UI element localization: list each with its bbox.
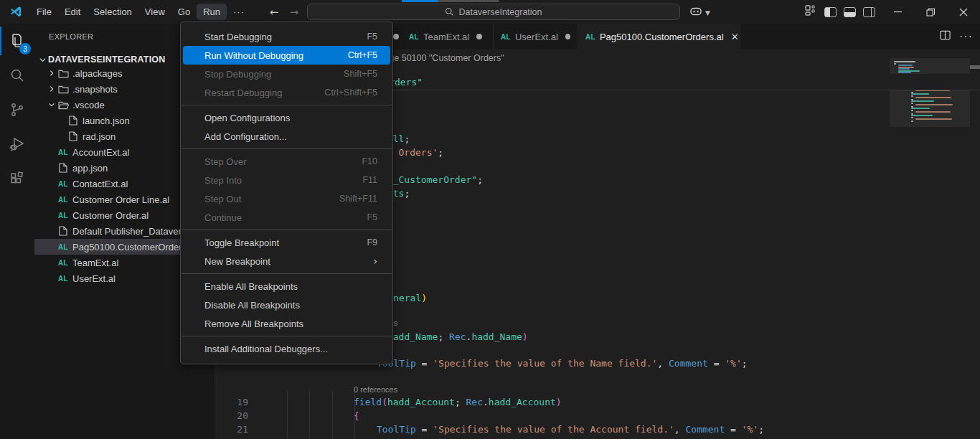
- code-line[interactable]: field(hadd_Account; Rec.hadd_Account): [354, 395, 562, 409]
- menu-item-shortcut: Shift+F5: [344, 69, 377, 79]
- customize-layout-icon[interactable]: [805, 5, 817, 19]
- activity-search-icon[interactable]: [0, 58, 34, 93]
- minimap[interactable]: [890, 58, 970, 159]
- menu-go[interactable]: Go: [171, 4, 197, 20]
- toggle-secondary-sidebar-icon[interactable]: [863, 7, 875, 17]
- menu-run[interactable]: Run: [197, 4, 227, 20]
- minimap-line: [915, 104, 953, 105]
- tab-userext-al[interactable]: ALUserExt.al: [494, 24, 578, 49]
- tab-pag50100-customerorders-al[interactable]: ALPag50100.CustomerOrders.al✕: [578, 24, 740, 49]
- indent-guide: [309, 391, 310, 439]
- tree-item-label: ContactExt.al: [72, 179, 128, 189]
- menu-item-label: Open Configurations: [204, 113, 290, 123]
- close-tab-icon[interactable]: ✕: [731, 32, 739, 42]
- menu-item-new-breakpoint[interactable]: New Breakpoint›: [183, 252, 390, 270]
- menu-item-label: Restart Debugging: [204, 88, 282, 98]
- menu-item-start-debugging[interactable]: Start DebuggingF5: [183, 27, 390, 46]
- menu-item-stop-debugging: Stop DebuggingShift+F5: [183, 65, 390, 83]
- menu-item-toggle-breakpoint[interactable]: Toggle BreakpointF9: [183, 233, 390, 252]
- line-number: 22: [227, 436, 248, 439]
- tree-item-label: UserExt.al: [72, 273, 116, 284]
- menu-item-remove-all-breakpoints[interactable]: Remove All Breakpoints: [183, 314, 390, 333]
- menu-selection[interactable]: Selection: [87, 4, 138, 20]
- menu-item-label: Step Over: [204, 156, 247, 167]
- file-icon: [57, 226, 69, 236]
- toggle-panel-icon[interactable]: [844, 7, 856, 17]
- menu-file[interactable]: File: [30, 4, 58, 20]
- hidden-tab-modified-dot: [393, 34, 399, 39]
- menu-item-restart-debugging: Restart DebuggingCtrl+Shift+F5: [183, 83, 390, 102]
- menu-item-shortcut: F10: [362, 156, 377, 166]
- tab-teamext-al[interactable]: ALTeamExt.al: [402, 24, 494, 49]
- toggle-primary-sidebar-icon[interactable]: [824, 7, 837, 17]
- menu-edit[interactable]: Edit: [58, 4, 87, 20]
- layout-controls: [805, 5, 875, 19]
- menu-separator: [182, 336, 392, 336]
- forward-arrow-icon[interactable]: →: [287, 5, 301, 19]
- tab-label: UserExt.al: [515, 32, 558, 42]
- code-line[interactable]: ToolTip = 'Specifies the value of the Ac…: [377, 423, 764, 436]
- activity-source-control-icon[interactable]: [0, 93, 34, 127]
- al-file-icon: AL: [57, 259, 69, 267]
- activity-extensions-icon[interactable]: [0, 161, 34, 196]
- menu-item-add-configuration-[interactable]: Add Configuration...: [183, 127, 390, 146]
- explorer-badge: 3: [19, 43, 31, 55]
- chevron-down-icon: [39, 56, 47, 64]
- overview-ruler-mark: [970, 65, 980, 69]
- line-number: 20: [227, 409, 248, 423]
- al-file-icon: AL: [57, 212, 69, 220]
- activity-explorer-icon[interactable]: 3: [0, 24, 34, 58]
- modified-dot-icon: [476, 34, 482, 39]
- menu-view[interactable]: View: [138, 4, 171, 20]
- menu-item-label: Add Configuration...: [204, 131, 287, 142]
- menu-item-label: Step Out: [204, 194, 241, 204]
- minimap-line: [894, 63, 896, 65]
- menu-item-label: Enable All Breakpoints: [204, 281, 298, 292]
- minimap-line: [894, 61, 915, 62]
- menu-item-install-additional-debuggers-[interactable]: Install Additional Debuggers...: [183, 339, 390, 358]
- tree-item-label: Customer Order Line.al: [72, 194, 169, 205]
- chevron-down-icon: ▼: [705, 9, 710, 16]
- menu-item-label: Disable All Breakpoints: [204, 300, 300, 311]
- codelens-references[interactable]: 0 references: [354, 384, 397, 395]
- run-dropdown-menu: Start DebuggingF5Run Without DebuggingCt…: [180, 22, 393, 364]
- activity-run-debug-icon[interactable]: [0, 127, 34, 161]
- tree-item-label: rad.json: [83, 131, 116, 142]
- copilot-button[interactable]: ▼: [689, 4, 710, 22]
- indent-guide: [287, 391, 288, 439]
- tree-item-label: Default Publisher_Dataverse: [72, 226, 191, 237]
- minimap-line: [911, 108, 930, 109]
- menu-item-disable-all-breakpoints[interactable]: Disable All Breakpoints: [183, 296, 390, 314]
- restore-button[interactable]: [914, 0, 947, 24]
- command-center-search[interactable]: DataverseIntegration: [307, 4, 680, 20]
- menu-item-open-configurations[interactable]: Open Configurations: [183, 108, 390, 127]
- menu-item-shortcut: Ctrl+F5: [348, 50, 377, 60]
- title-bar: FileEditSelectionViewGoRun··· ← → Datave…: [0, 0, 980, 24]
- back-arrow-icon[interactable]: ←: [267, 5, 281, 19]
- code-line[interactable]: {: [354, 409, 359, 423]
- menu-item-run-without-debugging[interactable]: Run Without DebuggingCtrl+F5: [183, 46, 390, 65]
- close-button[interactable]: [947, 0, 980, 24]
- minimap-line: [915, 97, 951, 98]
- folder-icon: [57, 100, 69, 110]
- minimap-line: [915, 118, 952, 120]
- menu-item-label: Continue: [204, 212, 242, 223]
- menu-item-label: Remove All Breakpoints: [204, 318, 303, 329]
- tab-actions: ···: [940, 24, 973, 49]
- menu-item-enable-all-breakpoints[interactable]: Enable All Breakpoints: [183, 277, 390, 296]
- minimize-button[interactable]: [881, 0, 914, 24]
- line-number: 19: [227, 395, 248, 409]
- code-line[interactable]: }: [354, 436, 359, 439]
- menu-item-continue: ContinueF5: [183, 208, 390, 227]
- menu-separator: [182, 273, 392, 274]
- menu-item-shortcut: F5: [367, 212, 377, 222]
- code-line[interactable]: ToolTip = 'Specifies the value of the Na…: [377, 357, 748, 370]
- minimap-line: [898, 68, 910, 70]
- menu-overflow[interactable]: ···: [227, 4, 251, 20]
- split-editor-icon[interactable]: [940, 30, 951, 43]
- al-file-icon: AL: [409, 33, 419, 41]
- search-icon: [445, 7, 454, 16]
- minimap-line: [911, 103, 913, 104]
- more-actions-icon[interactable]: ···: [959, 30, 973, 43]
- menu-item-shortcut: F11: [362, 175, 377, 185]
